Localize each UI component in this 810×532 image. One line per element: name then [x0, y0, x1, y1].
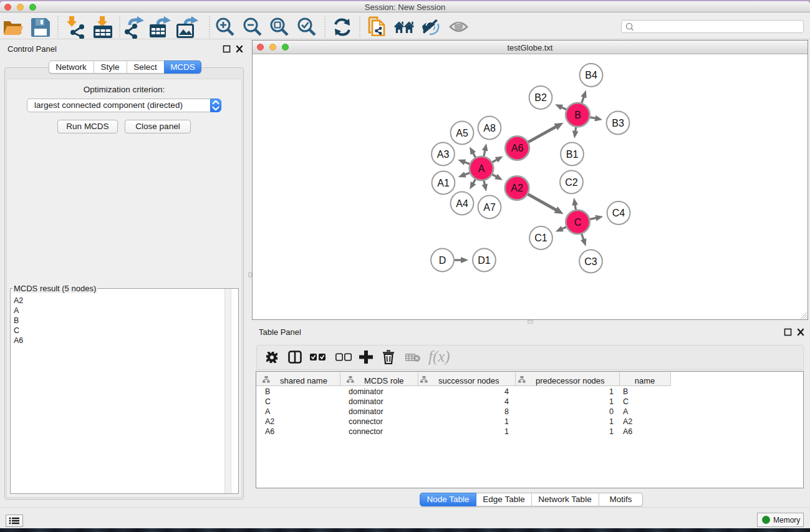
svg-text:C2: C2: [565, 177, 578, 188]
svg-text:D: D: [439, 255, 446, 266]
svg-text:B1: B1: [566, 149, 579, 160]
svg-text:A7: A7: [483, 202, 496, 213]
svg-text:C: C: [574, 217, 582, 228]
svg-text:A2: A2: [511, 183, 523, 193]
svg-text:B3: B3: [612, 118, 624, 128]
svg-text:C3: C3: [584, 256, 597, 267]
svg-text:A: A: [478, 163, 485, 174]
svg-text:A3: A3: [437, 149, 450, 160]
svg-text:C1: C1: [534, 233, 547, 243]
svg-text:C4: C4: [612, 208, 625, 218]
svg-text:A6: A6: [511, 143, 524, 153]
svg-text:A8: A8: [483, 123, 496, 133]
svg-text:B: B: [574, 110, 581, 120]
svg-text:B2: B2: [534, 92, 547, 103]
svg-text:A4: A4: [456, 198, 468, 209]
svg-text:A5: A5: [456, 128, 468, 138]
svg-text:B4: B4: [585, 70, 597, 80]
svg-text:D1: D1: [478, 255, 491, 266]
svg-text:A1: A1: [437, 178, 450, 188]
